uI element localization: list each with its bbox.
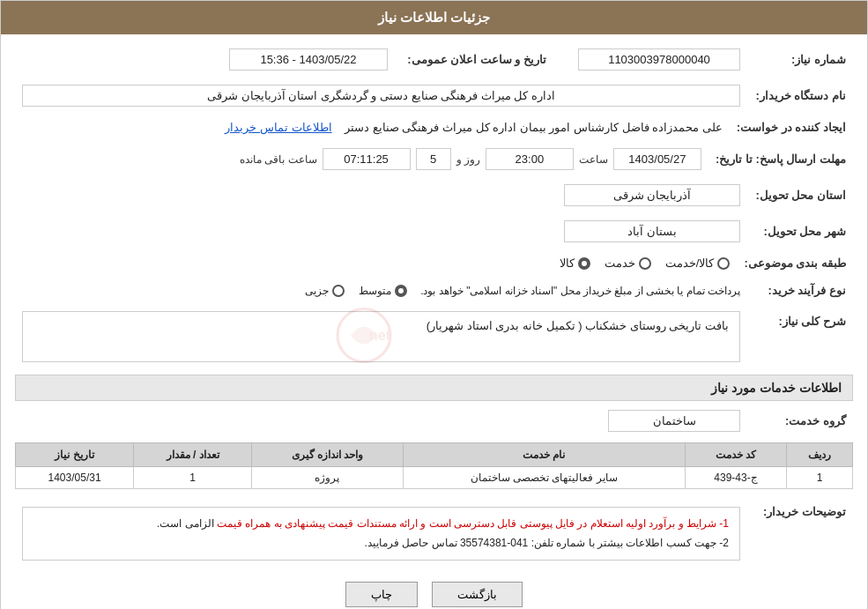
cell-name: سایر فعالیتهای تخصصی ساختمان [403,467,685,489]
process-option-motavas: متوسط [359,285,407,297]
cell-qty: 1 [134,467,252,489]
category-option-kala-khadamat: کالا/خدمت [665,256,731,270]
deadline-remaining: 07:11:25 [323,148,411,170]
process-row: نوع فرآیند خرید: پرداخت تمام یا بخشی از … [15,280,853,301]
deadline-date: 1403/05/27 [613,148,701,170]
cell-unit: پروژه [252,467,404,489]
buyer-org-value: اداره کل میراث فرهنگی صنایع دستی و گردشگ… [22,85,740,107]
process-motavas-label: متوسط [359,285,391,297]
col-header-row: ردیف [787,443,853,467]
col-header-unit: واحد اندازه گیری [252,443,404,467]
radio-kala-khadamat [717,257,730,270]
notes-line1-black: الزامی است. [157,517,214,530]
need-desc-text: بافت تاریخی روستای خشکناب ( تکمیل خانه ب… [427,319,729,332]
creator-value: علی محمدزاده فاضل کارشناس امور بیمان ادا… [345,121,723,134]
need-number-row: شماره نیاز: 1103003978000040 تاریخ و ساع… [15,45,853,74]
radio-motavas [395,285,407,297]
contact-info-link[interactable]: اطلاعات تماس خریدار [225,121,331,134]
deadline-time-label: ساعت [579,153,608,166]
buyer-org-label: نام دستگاه خریدار: [747,81,853,110]
back-button[interactable]: بازگشت [432,582,523,607]
buyer-notes-label: توضیحات خریدار: [747,498,853,569]
category-option-kala-label: کالا [560,256,575,270]
page-wrapper: جزئیات اطلاعات نیاز شماره نیاز: 11030039… [0,0,868,609]
category-options: کالا/خدمت خدمت کالا [22,256,730,270]
service-group-value: ساختمان [608,410,740,432]
category-option-kala: کالا [560,256,590,270]
notes-line1: 1- شرایط و برآورد اولیه استعلام در فایل … [33,515,729,534]
category-row: طبقه بندی موضوعی: کالا/خدمت خدمت [15,253,853,273]
page-title: جزئیات اطلاعات نیاز [378,10,490,25]
cell-date: 1403/05/31 [16,467,134,489]
deadline-days: 5 [416,148,451,170]
content-area: شماره نیاز: 1103003978000040 تاریخ و ساع… [1,34,867,609]
category-option-khadamat: خدمت [605,256,651,270]
creator-label: ایجاد کننده در خواست: [730,117,853,137]
page-header: جزئیات اطلاعات نیاز [1,1,867,34]
need-desc-row: شرح کلی نیاز: net [15,308,853,366]
table-row: 1 ج-43-439 سایر فعالیتهای تخصصی ساختمان … [16,467,853,489]
notes-line1-red: 1- شرایط و برآورد اولیه استعلام در فایل … [217,517,729,530]
process-option-jozii: جزیی [305,285,345,297]
col-header-name: نام خدمت [403,443,685,467]
cell-row: 1 [787,467,853,489]
radio-kala [578,257,590,270]
category-option-kala-khadamat-label: کالا/خدمت [665,256,715,270]
service-group-label: گروه خدمت: [747,406,853,435]
buyer-notes-row: توضیحات خریدار: 1- شرایط و برآورد اولیه … [15,498,853,569]
service-group-row: گروه خدمت: ساختمان [15,406,853,435]
buttons-row: بازگشت چاپ [15,582,853,607]
province-value: آذربایجان شرقی [564,184,740,206]
radio-khadamat [639,257,651,270]
watermark-logo: net [329,301,434,371]
need-number-label: شماره نیاز: [747,45,853,74]
need-number-value: 1103003978000040 [578,48,740,71]
announcement-date-value: 1403/05/22 - 15:36 [229,48,388,71]
services-section-header: اطلاعات خدمات مورد نیاز [15,375,853,401]
radio-jozii [332,285,345,297]
city-label: شهر محل تحویل: [747,217,853,246]
deadline-label: مهلت ارسال پاسخ: تا تاریخ: [708,145,853,174]
col-header-date: تاریخ نیاز [16,443,134,467]
city-value: بستان آباد [564,220,740,242]
deadline-time: 23:00 [486,148,574,170]
notes-line2: 2- جهت کسب اطلاعات بیشتر با شماره تلفن: … [33,534,729,553]
svg-text:net: net [369,328,391,343]
creator-row: ایجاد کننده در خواست: علی محمدزاده فاضل … [15,117,853,137]
need-desc-value: net بافت تاریخی روستای خشکناب ( تکمیل خا… [22,311,740,362]
announcement-date-label: تاریخ و ساعت اعلان عمومی: [395,45,553,74]
services-table: ردیف کد خدمت نام خدمت واحد اندازه گیری ت… [15,442,853,489]
city-row: شهر محل تحویل: بستان آباد [15,217,853,246]
col-header-qty: تعداد / مقدار [134,443,252,467]
category-label: طبقه بندی موضوعی: [737,253,853,273]
process-jozii-label: جزیی [305,285,329,297]
deadline-row: مهلت ارسال پاسخ: تا تاریخ: 1403/05/27 سا… [15,145,853,174]
buyer-org-row: نام دستگاه خریدار: اداره کل میراث فرهنگی… [15,81,853,110]
svg-point-0 [338,309,390,362]
category-option-khadamat-label: خدمت [605,256,635,270]
process-note: پرداخت تمام یا بخشی از مبلغ خریداز محل "… [420,285,740,297]
col-header-code: کد خدمت [685,443,786,467]
deadline-day-label: روز و [456,153,480,166]
province-row: استان محل تحویل: آذربایجان شرقی [15,181,853,210]
buyer-notes-content: 1- شرایط و برآورد اولیه استعلام در فایل … [22,507,740,561]
process-label: نوع فرآیند خرید: [747,280,853,301]
province-label: استان محل تحویل: [747,181,853,210]
cell-code: ج-43-439 [685,467,786,489]
process-options: پرداخت تمام یا بخشی از مبلغ خریداز محل "… [22,285,740,297]
need-desc-label: شرح کلی نیاز: [747,308,853,366]
print-button[interactable]: چاپ [345,582,418,607]
deadline-remaining-label: ساعت باقی مانده [240,153,317,166]
